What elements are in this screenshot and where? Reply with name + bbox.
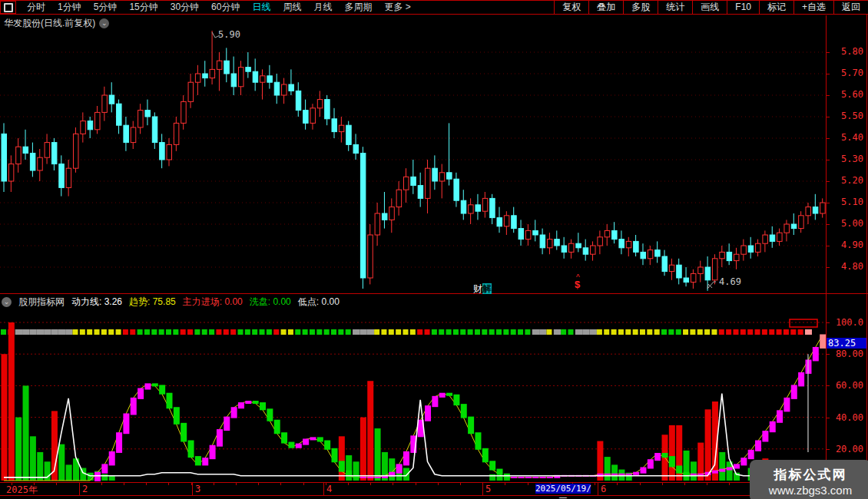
xaxis-minor-tick <box>460 483 461 485</box>
page-title: 华发股份(日线.前复权) <box>4 17 95 30</box>
toolbar-period-1[interactable]: 1分钟 <box>51 1 88 14</box>
xaxis-minor-tick <box>617 483 618 485</box>
indicator-header: ⌄ 股朋指标网 动力线: 3.26趋势: 75.85主力进场: 0.00洗盘: … <box>2 296 340 308</box>
xaxis-minor-tick <box>214 483 214 485</box>
xaxis-minor-tick <box>168 483 169 485</box>
price-axis-label: 4.80 <box>828 261 863 272</box>
indicator-value-box: 83.25 <box>827 338 866 349</box>
xaxis-minor-tick <box>258 483 259 485</box>
indicator-axis-label: 60.00 <box>828 380 863 391</box>
watermark-url: www.zbgs3.com <box>769 484 852 497</box>
histogram-bars <box>2 322 797 481</box>
xaxis-minor-tick <box>595 483 595 485</box>
xaxis-minor-tick <box>56 483 57 485</box>
toolbar-period-0[interactable]: 分时 <box>21 1 51 14</box>
xaxis-top-line <box>0 482 868 483</box>
toolbar-period-10[interactable]: 更多 > <box>378 1 416 14</box>
toolbar-period-7[interactable]: 周线 <box>277 1 307 14</box>
xaxis-minor-tick <box>729 483 730 485</box>
toolbar-button-1[interactable]: 叠加 <box>588 1 623 14</box>
toolbar-button-3[interactable]: 统计 <box>658 1 692 14</box>
indicator-axis-label: 80.00 <box>828 349 863 359</box>
indicator-header-item-1: 趋势: 75.85 <box>129 296 176 309</box>
price-axis-label: 5.10 <box>828 197 863 207</box>
price-axis-label: 5.20 <box>828 175 863 186</box>
trend-ribbon <box>1 329 812 335</box>
trough-price-annotation: 4.69 <box>719 276 741 287</box>
toolbar-button-5[interactable]: F10 <box>727 1 759 14</box>
candlestick-chart[interactable] <box>0 15 826 293</box>
price-axis-label: 5.50 <box>828 111 863 121</box>
xaxis-month-label: 2 <box>82 484 88 494</box>
toolbar-period-2[interactable]: 5分钟 <box>88 1 124 14</box>
indicator-header-item-0: 动力线: 3.26 <box>71 296 122 309</box>
indicator-source-label: 股朋指标网 <box>18 296 65 309</box>
axis-divider-line <box>826 15 827 495</box>
toolbar-period-5[interactable]: 60分钟 <box>205 1 246 14</box>
xaxis-minor-tick <box>707 483 707 485</box>
right-border-line <box>866 0 867 499</box>
xaxis-minor-tick <box>303 483 304 485</box>
xaxis-month-divider <box>598 482 598 495</box>
xaxis-minor-tick <box>416 483 416 485</box>
xaxis-minor-tick <box>124 483 124 485</box>
event-marker-caijie[interactable]: 财 解 <box>473 283 492 294</box>
toolbar-button-0[interactable]: 复权 <box>554 1 588 14</box>
toolbar-period-4[interactable]: 30分钟 <box>164 1 205 14</box>
indicator-chart[interactable] <box>0 310 826 482</box>
xaxis-month-label: 3 <box>195 484 200 494</box>
tool-buttons: 复权叠加多股统计画线F10标记+自选返回 <box>554 1 868 14</box>
xaxis-bottom-line <box>0 495 868 496</box>
indicator-header-item-2: 主力进场: 0.00 <box>183 296 243 309</box>
toolbar-period-3[interactable]: 15分钟 <box>123 1 164 14</box>
collapse-chevron-icon[interactable]: ⌄ <box>2 297 12 307</box>
panel-divider-line <box>0 293 868 294</box>
xaxis-month-divider <box>482 482 483 495</box>
selected-date-box: 2025/05/19/一 <box>535 484 591 494</box>
toolbar-period-9[interactable]: 多周期 <box>338 1 378 14</box>
xaxis-minor-tick <box>438 483 439 485</box>
toolbar-button-4[interactable]: 画线 <box>692 1 727 14</box>
toolbar-period-8[interactable]: 月线 <box>307 1 338 14</box>
xaxis-minor-tick <box>236 483 237 485</box>
trading-app-window: 分时1分钟5分钟15分钟30分钟60分钟日线周线月线多周期更多 > 复权叠加多股… <box>0 0 868 499</box>
chart-title-bar: 华发股份(日线.前复权) ⌄ <box>4 17 109 30</box>
xaxis-minor-tick <box>684 483 685 485</box>
chevron-down-icon[interactable]: ⌄ <box>99 18 109 28</box>
candles-layer <box>2 31 825 291</box>
toolbar-period-6[interactable]: 日线 <box>246 1 277 14</box>
indicator-axis-label: 40.00 <box>828 412 863 423</box>
indicator-header-item-3: 洗盘: 0.00 <box>250 296 291 309</box>
toolbar-button-6[interactable]: 标记 <box>759 1 793 14</box>
window-icon[interactable] <box>0 1 16 14</box>
toolbar-button-8[interactable]: 返回 <box>833 1 868 14</box>
price-axis-label: 5.70 <box>828 68 863 78</box>
peak-price-annotation: 5.90 <box>218 29 240 40</box>
xaxis-month-label: 5 <box>485 484 491 494</box>
toolbar-button-7[interactable]: +自选 <box>793 1 833 14</box>
xaxis-minor-tick <box>370 483 371 485</box>
toolbar-button-2[interactable]: 多股 <box>623 1 658 14</box>
xaxis-minor-tick <box>101 483 102 485</box>
xaxis-minor-tick <box>662 483 663 485</box>
watermark-badge: 指标公式网 www.zbgs3.com <box>750 460 868 499</box>
xaxis-year-label: 2025年 <box>6 484 38 497</box>
xaxis-month-divider <box>192 482 193 495</box>
price-axis-label: 5.40 <box>828 132 863 143</box>
xaxis-minor-tick <box>348 483 349 485</box>
indicator-axis-label: 20.00 <box>828 444 863 454</box>
price-axis-label: 4.90 <box>828 240 863 250</box>
indicator-header-item-4: 低点: 0.00 <box>298 296 340 309</box>
xaxis-month-label: 6 <box>601 484 606 494</box>
xaxis-minor-tick <box>393 483 393 485</box>
xaxis-month-label: 4 <box>326 484 332 494</box>
xaxis-minor-tick <box>505 483 505 485</box>
xaxis-minor-tick <box>146 483 147 485</box>
price-axis-label: 5.00 <box>828 218 863 229</box>
xaxis-minor-tick <box>280 483 281 485</box>
main-annotation-lines <box>212 32 716 289</box>
period-tabs: 分时1分钟5分钟15分钟30分钟60分钟日线周线月线多周期更多 > <box>0 1 417 14</box>
price-axis-label: 5.60 <box>828 89 863 100</box>
indicator-axis-label: 100.0 <box>828 317 863 328</box>
sell-signal-icon: $ <box>575 279 580 290</box>
